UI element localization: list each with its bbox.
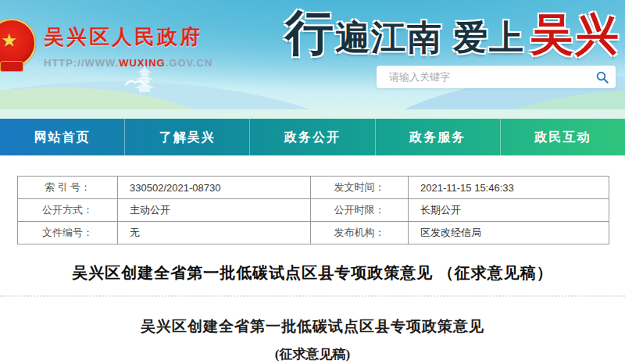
meta-label-open-period: 公开时限：	[311, 199, 409, 222]
meta-label-index-number: 索 引 号：	[18, 177, 118, 199]
meta-label-publish-time: 发文时间：	[311, 177, 409, 199]
nav-item-interaction[interactable]: 政民互动	[500, 119, 625, 155]
bird-icon	[125, 78, 145, 86]
meta-label-file-number: 文件编号：	[18, 222, 118, 244]
meta-value-publish-time: 2021-11-15 15:46:33	[409, 177, 609, 199]
main-nav: 网站首页 了解吴兴 政务公开 政务服务 政民互动	[0, 119, 625, 155]
meta-value-open-period: 长期公开	[409, 199, 609, 222]
meta-value-open-method: 主动公开	[118, 199, 311, 222]
search-box	[377, 66, 616, 88]
page-title: 吴兴区创建全省第一批低碳试点区县专项政策意见 （征求意见稿）	[0, 262, 625, 284]
site-url-suffix: .GOV.CN	[166, 57, 213, 69]
slogan-text-dark: 行遍江南 爱上	[285, 0, 525, 66]
header-banner: ★ 吴兴区人民政府 HTTP://WWW.WUXING.GOV.CN 行遍江南 …	[0, 0, 625, 119]
document-title: 吴兴区创建全省第一批低碳试点区县专项政策意见	[0, 316, 625, 337]
star-icon: ★	[1, 30, 18, 52]
banner-slogan: 行遍江南 爱上吴兴	[285, 0, 620, 66]
search-icon	[595, 70, 609, 84]
hill-shape	[0, 109, 625, 119]
meta-value-issuing-org: 区发改经信局	[409, 222, 609, 244]
site-url-prefix: HTTP://WWW.	[44, 57, 119, 69]
meta-value-index-number: 330502/2021-08730	[118, 177, 311, 199]
search-button[interactable]	[589, 66, 616, 88]
document-subtitle: (征求意见稿)	[0, 345, 625, 363]
site-name[interactable]: 吴兴区人民政府	[44, 23, 212, 51]
meta-value-file-number: 无	[118, 222, 311, 244]
site-identity: 吴兴区人民政府 HTTP://WWW.WUXING.GOV.CN	[44, 23, 212, 69]
nav-item-gov-info[interactable]: 政务公开	[249, 119, 374, 155]
page: ★ 吴兴区人民政府 HTTP://WWW.WUXING.GOV.CN 行遍江南 …	[0, 0, 625, 364]
dotted-divider	[0, 295, 625, 297]
emblem-ribbon	[0, 61, 23, 72]
meta-label-issuing-org: 发布机构：	[311, 222, 409, 244]
meta-label-open-method: 公开方式：	[18, 199, 118, 222]
site-url-highlight: WUXING	[119, 57, 165, 69]
slogan-text-red: 吴兴	[530, 5, 620, 65]
table-row: 公开方式： 主动公开 公开时限： 长期公开	[18, 199, 609, 222]
nav-item-about[interactable]: 了解吴兴	[124, 119, 249, 155]
table-row: 索 引 号： 330502/2021-08730 发文时间： 2021-11-1…	[18, 177, 609, 199]
search-input[interactable]	[377, 71, 589, 83]
table-row: 文件编号： 无 发布机构： 区发改经信局	[18, 222, 609, 244]
national-emblem-logo: ★	[0, 19, 39, 75]
document-meta-table: 索 引 号： 330502/2021-08730 发文时间： 2021-11-1…	[17, 176, 609, 244]
nav-item-home[interactable]: 网站首页	[0, 119, 124, 155]
site-url: HTTP://WWW.WUXING.GOV.CN	[44, 57, 212, 69]
nav-item-gov-service[interactable]: 政务服务	[375, 119, 500, 155]
